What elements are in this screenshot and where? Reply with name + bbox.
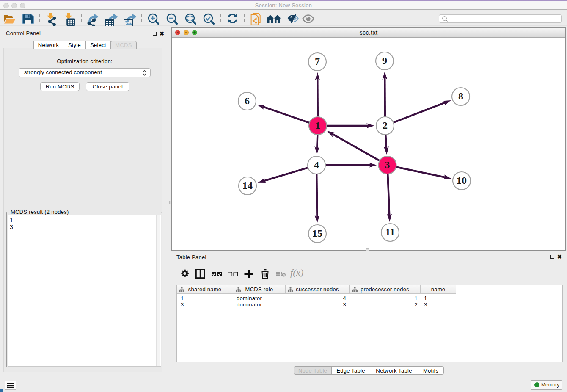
- svg-text:1: 1: [315, 120, 320, 131]
- svg-text:15: 15: [312, 228, 323, 239]
- svg-text:7: 7: [315, 56, 320, 67]
- svg-text:6: 6: [245, 95, 250, 106]
- svg-text:3: 3: [385, 159, 390, 170]
- svg-text:9: 9: [382, 55, 387, 66]
- svg-text:2: 2: [383, 120, 388, 131]
- svg-text:8: 8: [458, 91, 463, 102]
- svg-text:11: 11: [385, 226, 395, 237]
- svg-text:4: 4: [314, 159, 319, 170]
- svg-text:14: 14: [242, 180, 253, 191]
- svg-text:10: 10: [457, 175, 467, 186]
